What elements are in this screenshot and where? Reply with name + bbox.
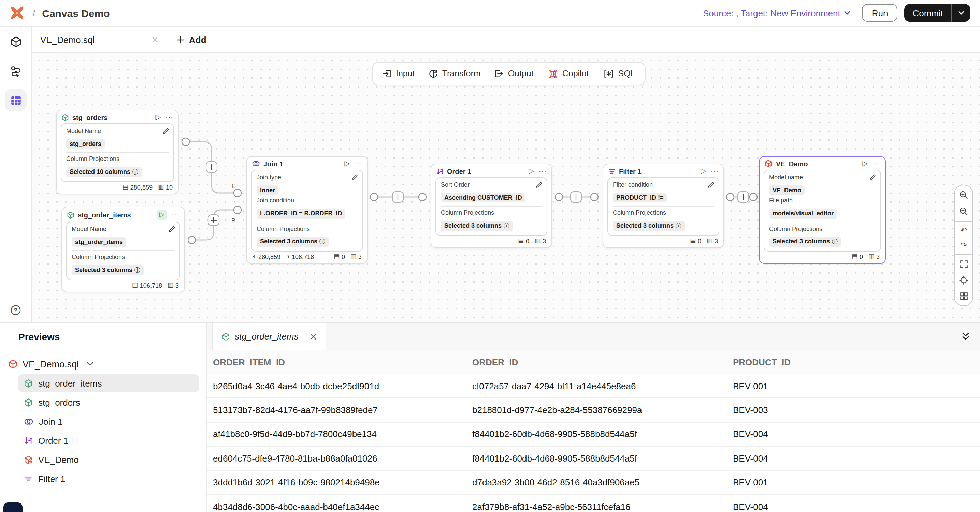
edit-icon[interactable] bbox=[352, 174, 358, 181]
tab-close-button[interactable] bbox=[151, 36, 158, 43]
node-ve-demo[interactable]: VE_Demo ▷ ··· Model name VE_Demo File pa… bbox=[759, 156, 886, 264]
rail-canvas-button[interactable] bbox=[5, 89, 27, 111]
zoom-out-button[interactable] bbox=[959, 206, 969, 216]
sql-node-button[interactable]: SQL bbox=[597, 63, 642, 84]
input-port-right[interactable] bbox=[234, 206, 241, 214]
input-port[interactable] bbox=[419, 193, 426, 201]
commit-split-button[interactable]: Commit bbox=[904, 4, 970, 22]
info-icon[interactable]: ⓘ bbox=[320, 238, 325, 246]
preview-tab-close-button[interactable] bbox=[310, 333, 317, 340]
add-node-button[interactable] bbox=[571, 192, 581, 203]
copilot-button[interactable]: Copilot bbox=[541, 63, 596, 84]
add-node-button[interactable] bbox=[206, 162, 217, 173]
field-value-pill[interactable]: Inner bbox=[256, 185, 278, 195]
field-value-pill[interactable]: Selected 10 columnsⓘ bbox=[66, 167, 142, 177]
node-menu-button[interactable]: ··· bbox=[165, 114, 173, 120]
node-menu-button[interactable]: ··· bbox=[872, 160, 880, 167]
redo-button[interactable]: ↷ bbox=[960, 241, 967, 249]
field-label: Column Projections bbox=[769, 225, 876, 232]
play-button[interactable]: ▷ bbox=[862, 160, 868, 168]
tree-item-filter-1[interactable]: Filter 1 bbox=[18, 470, 199, 487]
node-menu-button[interactable]: ··· bbox=[172, 211, 180, 218]
grid-layout-button[interactable] bbox=[959, 292, 968, 301]
play-button[interactable]: ▷ bbox=[157, 210, 167, 220]
input-port-left[interactable] bbox=[234, 189, 241, 197]
tree-root-ve-demo-sql[interactable]: VE_Demo.sql bbox=[0, 355, 202, 373]
fit-view-button[interactable] bbox=[959, 260, 968, 269]
tree-item-stg-orders[interactable]: stg_orders bbox=[18, 393, 199, 411]
dbt-logo-icon[interactable] bbox=[10, 5, 25, 21]
field-value-pill[interactable]: Selected 3 columnsⓘ bbox=[72, 266, 144, 276]
info-icon[interactable]: ⓘ bbox=[676, 222, 681, 230]
node-menu-button[interactable]: ··· bbox=[355, 160, 363, 167]
field-value-pill[interactable]: Selected 3 columnsⓘ bbox=[769, 237, 841, 247]
tree-item-order-1[interactable]: Order 1 bbox=[18, 431, 199, 449]
info-icon[interactable]: ⓘ bbox=[132, 168, 138, 176]
zoom-in-button[interactable] bbox=[959, 190, 969, 200]
tree-item-ve-demo[interactable]: VE_Demo bbox=[18, 451, 199, 468]
output-port[interactable] bbox=[555, 193, 563, 201]
undo-button[interactable]: ↶ bbox=[960, 226, 967, 235]
info-icon[interactable]: ⓘ bbox=[134, 266, 140, 274]
output-port[interactable] bbox=[727, 193, 734, 201]
field-value-pill[interactable]: Ascending CUSTOMER_ID bbox=[441, 193, 525, 203]
field-value-pill[interactable]: stg_order_items bbox=[72, 237, 126, 247]
edit-icon[interactable] bbox=[869, 174, 876, 181]
rail-lineage-button[interactable] bbox=[5, 60, 27, 82]
run-button[interactable]: Run bbox=[862, 4, 898, 22]
play-button[interactable]: ▷ bbox=[701, 167, 706, 175]
play-button[interactable]: ▷ bbox=[345, 160, 350, 168]
transform-node-button[interactable]: Transform bbox=[422, 63, 488, 84]
output-node-button[interactable]: Output bbox=[488, 63, 541, 84]
info-icon[interactable]: ⓘ bbox=[504, 222, 509, 230]
node-filter-1[interactable]: Filter 1 ▷ ··· Filter condition PRODUCT_… bbox=[603, 163, 724, 248]
node-stg-order-items[interactable]: stg_order_items ▷ ··· Model Name stg_ord… bbox=[61, 206, 185, 292]
output-port[interactable] bbox=[370, 193, 378, 201]
output-port[interactable] bbox=[182, 138, 189, 146]
field-value-pill[interactable]: stg_orders bbox=[66, 139, 105, 149]
chevron-down-icon[interactable] bbox=[86, 362, 93, 366]
tab-ve-demo-sql[interactable]: VE_Demo.sql bbox=[32, 27, 167, 52]
add-node-button[interactable] bbox=[738, 192, 749, 203]
left-rail: ? bbox=[0, 27, 32, 322]
tree-item-join-1[interactable]: Join 1 bbox=[18, 412, 199, 430]
collapse-previews-button[interactable] bbox=[962, 323, 980, 350]
node-order-1[interactable]: Order 1 ▷ ··· Sort Order Ascending CUSTO… bbox=[431, 163, 552, 248]
tree-item-stg-order-items[interactable]: stg_order_items bbox=[18, 374, 199, 392]
edit-icon[interactable] bbox=[169, 226, 175, 233]
edit-icon[interactable] bbox=[708, 181, 714, 188]
field-value-pill[interactable]: models/visual_editor bbox=[769, 209, 837, 219]
preview-tab-stg-order-items[interactable]: stg_order_items bbox=[212, 323, 326, 350]
field-value-pill[interactable]: PRODUCT_ID != bbox=[613, 193, 667, 203]
play-button[interactable]: ▷ bbox=[156, 113, 161, 121]
field-value-pill[interactable]: Selected 3 columnsⓘ bbox=[441, 221, 513, 231]
node-menu-button[interactable]: ··· bbox=[711, 168, 719, 174]
add-node-button[interactable] bbox=[392, 192, 403, 203]
add-node-button[interactable] bbox=[208, 215, 219, 226]
field-value-pill[interactable]: Selected 3 columnsⓘ bbox=[613, 221, 685, 231]
node-join-1[interactable]: Join 1 ▷ ··· Join type Inner Join condit… bbox=[247, 156, 368, 264]
chat-widget[interactable] bbox=[3, 502, 22, 512]
input-node-button[interactable]: Input bbox=[375, 63, 422, 84]
info-icon[interactable]: ⓘ bbox=[832, 238, 838, 246]
field-value-pill[interactable]: Selected 3 columnsⓘ bbox=[256, 237, 329, 247]
node-stg-orders[interactable]: stg_orders ▷ ··· Model Name stg_orders C… bbox=[56, 110, 179, 194]
output-port[interactable] bbox=[188, 236, 196, 244]
commit-button[interactable]: Commit bbox=[904, 4, 951, 22]
input-port[interactable] bbox=[591, 193, 598, 201]
input-port[interactable] bbox=[750, 193, 757, 201]
play-button[interactable]: ▷ bbox=[529, 167, 534, 175]
output-icon bbox=[495, 69, 504, 78]
environment-selector[interactable]: Source: , Target: New Environment bbox=[703, 8, 851, 18]
canvas[interactable]: Input Transform Output Copilot bbox=[32, 53, 980, 322]
field-value-pill[interactable]: VE_Demo bbox=[769, 185, 805, 195]
commit-dropdown-button[interactable] bbox=[952, 11, 970, 15]
center-target-button[interactable] bbox=[959, 276, 969, 285]
edit-icon[interactable] bbox=[162, 127, 169, 134]
edit-icon[interactable] bbox=[536, 181, 542, 188]
node-menu-button[interactable]: ··· bbox=[539, 168, 547, 174]
field-value-pill[interactable]: L.ORDER_ID = R.ORDER_ID bbox=[256, 209, 346, 219]
add-tab-button[interactable]: Add bbox=[167, 27, 216, 52]
rail-models-button[interactable] bbox=[5, 31, 27, 52]
help-button[interactable]: ? bbox=[0, 305, 32, 315]
